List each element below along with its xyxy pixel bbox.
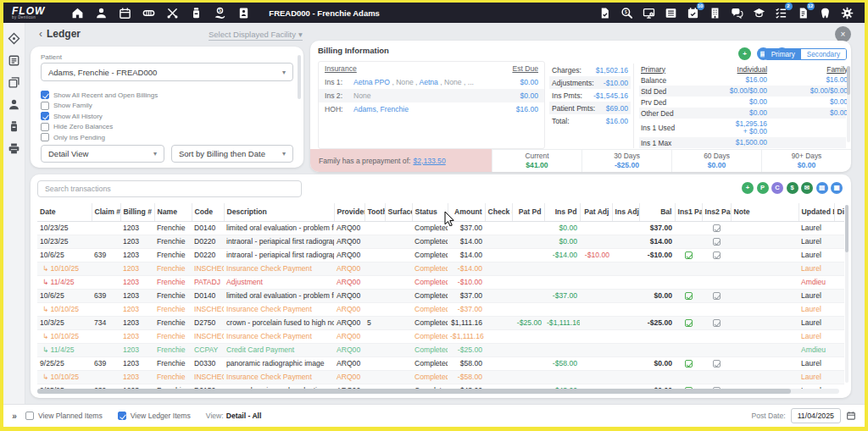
col-header-claim[interactable]: Claim #	[92, 203, 120, 221]
transaction-row[interactable]: 10/6/256391203FrenchieD0220intraoral - p…	[37, 248, 844, 262]
view-mode-select[interactable]: Detail View ▾	[41, 145, 164, 163]
flow-logo[interactable]: FLOW by Denticon	[12, 6, 45, 20]
back-chevron-icon[interactable]: ‹	[39, 28, 42, 40]
email-statement-button[interactable]: ✉	[801, 182, 813, 194]
add-payment-button[interactable]: +	[738, 47, 751, 60]
claim-button[interactable]: C	[771, 182, 783, 194]
schedule-icon[interactable]	[118, 6, 132, 20]
prepayment-amount-link[interactable]: $2,133.50	[413, 157, 445, 165]
view-planned-items-checkbox[interactable]: View Planned Items	[25, 412, 103, 420]
horizontal-scrollbar[interactable]	[37, 389, 839, 394]
transaction-row[interactable]: ↳ 11/4/251203FrenchieCCPAYCredit Card Pa…	[37, 343, 844, 356]
expand-sidebar-icon[interactable]: »	[3, 412, 25, 421]
col-header-provider[interactable]: Provider	[334, 203, 364, 221]
tasks-icon[interactable]: 10	[686, 6, 700, 20]
calendar-icon[interactable]	[846, 411, 856, 421]
checkbox[interactable]	[41, 102, 49, 110]
col-header-ins1[interactable]: Ins1 Paid	[675, 203, 702, 221]
transaction-row[interactable]: 10/6/256391203FrenchieD0140limited oral …	[37, 289, 844, 302]
clinical-tooth-icon[interactable]	[818, 6, 832, 20]
settings-icon[interactable]	[840, 6, 854, 20]
ins2-paid-checkbox[interactable]	[713, 292, 721, 300]
breakdown-scrollbar[interactable]	[847, 66, 850, 142]
col-header-amount[interactable]: Amount	[448, 203, 485, 221]
ins2-paid-checkbox[interactable]	[713, 224, 721, 232]
quick-nav-icon[interactable]	[8, 31, 21, 45]
fee-search-icon[interactable]: $	[620, 6, 634, 20]
col-header-insadj[interactable]: Ins Adj	[612, 203, 639, 221]
ins2-paid-checkbox[interactable]	[713, 319, 721, 327]
patient-profile-icon[interactable]	[8, 97, 21, 111]
ins2-paid-checkbox[interactable]	[713, 251, 721, 259]
col-header-updated[interactable]: Updated By	[798, 203, 834, 221]
patient-icon[interactable]	[94, 6, 108, 20]
col-header-inspd[interactable]: Ins Pd	[544, 203, 580, 221]
notes-approve-icon[interactable]	[598, 6, 612, 20]
rx-bottle-icon[interactable]	[8, 119, 21, 133]
ins1-paid-checkbox[interactable]	[685, 292, 693, 300]
col-header-di[interactable]: Di	[834, 203, 844, 221]
patient-panel-scrollbar[interactable]	[298, 55, 301, 99]
filter-option-4[interactable]: Only Ins Pending	[41, 133, 158, 141]
ins2-paid-checkbox[interactable]	[713, 360, 721, 367]
print-button[interactable]: ▦	[831, 182, 843, 194]
ins1-paid-checkbox[interactable]	[685, 319, 693, 327]
worklist-icon[interactable]: 2	[774, 6, 788, 20]
duplicate-icon[interactable]	[8, 75, 21, 89]
checkbox[interactable]	[41, 112, 49, 120]
chart-card-icon[interactable]	[8, 53, 21, 67]
checkbox[interactable]	[25, 412, 34, 420]
sort-select[interactable]: Sort by Billing then Date ▾	[171, 145, 293, 163]
active-patient-label[interactable]: FREAD000 - Frenchie Adams	[269, 8, 380, 18]
transaction-row[interactable]: 10/23/251203FrenchieD0220intraoral - per…	[37, 235, 844, 248]
ins2-paid-checkbox[interactable]	[713, 238, 721, 246]
imaging-icon[interactable]	[642, 6, 656, 20]
office-icon[interactable]	[708, 6, 722, 20]
transaction-row[interactable]: ↳ 11/4/251203FrenchiePATADJAdjustmentARQ…	[37, 275, 844, 289]
home-icon[interactable]	[70, 6, 85, 20]
print-icon[interactable]	[8, 141, 21, 155]
transaction-row[interactable]: 10/3/257341203FrenchieD2750crown - porce…	[37, 316, 844, 329]
post-date-input[interactable]: 11/04/2025	[791, 408, 841, 423]
insurance-link[interactable]: Adams, Frenchie	[353, 105, 409, 113]
payment-button[interactable]: P	[757, 182, 769, 194]
documents-icon[interactable]: 12	[796, 6, 810, 20]
messages-icon[interactable]	[730, 6, 744, 20]
insurance-link[interactable]: Aetna PPO	[353, 78, 390, 86]
col-header-patpd[interactable]: Pat Pd	[512, 203, 544, 221]
reports-list-icon[interactable]	[664, 6, 678, 20]
col-header-note[interactable]: Note	[731, 203, 798, 221]
select-facility-link[interactable]: Select Displayed Facility▾	[209, 30, 303, 41]
transaction-row[interactable]: ↳ 10/10/251203FrenchieINSCHECKInsurance …	[37, 329, 844, 343]
col-header-bal[interactable]: Bal	[639, 203, 675, 221]
checkbox[interactable]	[118, 412, 126, 420]
checkbox[interactable]	[41, 133, 49, 141]
checkbox[interactable]	[41, 91, 49, 99]
ins1-paid-checkbox[interactable]	[685, 360, 693, 367]
col-header-status[interactable]: Status	[412, 203, 448, 221]
col-header-desc[interactable]: Description	[224, 203, 334, 221]
view-ledger-items-checkbox[interactable]: View Ledger Items	[118, 412, 191, 420]
adjustment-button[interactable]: $	[787, 182, 798, 194]
transaction-row[interactable]: ↳ 10/10/251203FrenchieINSCHECKInsurance …	[37, 302, 844, 316]
rx-icon[interactable]	[189, 6, 203, 20]
toggle-secondary[interactable]: Secondary	[801, 49, 846, 59]
payments-icon[interactable]: $	[213, 6, 227, 20]
filter-option-0[interactable]: Show All Recent and Open Billings	[41, 91, 158, 99]
col-header-date[interactable]: Date	[37, 203, 92, 221]
col-header-surface[interactable]: Surface	[385, 203, 412, 221]
procedures-icon[interactable]	[165, 6, 180, 20]
col-header-name[interactable]: Name	[154, 203, 192, 221]
patient-select[interactable]: Adams, Frenchie - FREAD000 ▾	[41, 63, 293, 81]
col-header-patadj[interactable]: Pat Adj	[580, 203, 612, 221]
col-header-billing[interactable]: Billing #	[120, 203, 154, 221]
transaction-row[interactable]: 9/25/256391203FrenchieD0330panoramic rad…	[37, 356, 844, 370]
perio-chart-icon[interactable]	[142, 6, 156, 20]
document-button[interactable]: ▤	[816, 182, 828, 194]
ins1-paid-checkbox[interactable]	[685, 251, 693, 259]
transaction-row[interactable]: ↳ 10/10/251203FrenchieINSCHECKInsurance …	[37, 262, 844, 275]
contacts-icon[interactable]	[236, 6, 251, 20]
search-input[interactable]	[37, 180, 302, 197]
transaction-row[interactable]: 10/23/251203FrenchieD0140limited oral ev…	[37, 221, 844, 235]
vertical-scrollbar[interactable]	[845, 205, 849, 383]
